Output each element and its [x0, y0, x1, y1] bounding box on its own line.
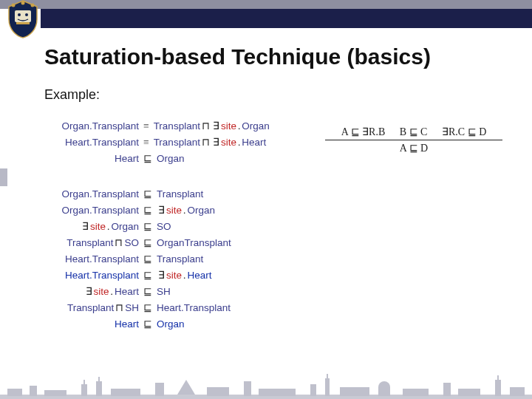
rule-conclusion: A ⊑ D: [400, 143, 428, 154]
svg-rect-15: [111, 389, 140, 396]
side-marker: [0, 168, 7, 186]
svg-rect-16: [155, 383, 164, 396]
slide: Saturation-based Technique (basics) Exam…: [0, 0, 532, 399]
svg-point-2: [18, 13, 21, 16]
svg-rect-14: [98, 377, 100, 381]
axiom-row: Heart.Transplant≡Transplant⊓∃site.Heart: [44, 134, 288, 151]
university-crest-icon: [7, 0, 38, 38]
svg-point-6: [31, 4, 35, 7]
svg-rect-20: [259, 389, 296, 396]
svg-rect-12: [83, 380, 85, 384]
skyline-footer-icon: [0, 374, 532, 399]
svg-point-4: [12, 4, 16, 7]
derived-axiom-row: ∃site.Organ⊑SO: [44, 219, 303, 235]
derived-axiom-row: Heart.Transplant⊑Transplant: [44, 251, 303, 267]
header-strip: [0, 0, 532, 9]
axiom-row: Organ.Transplant≡Transplant⊓∃site.Organ: [44, 118, 288, 134]
derived-axiom-row: Organ.Transplant⊑∃site.Organ: [44, 202, 303, 219]
svg-rect-24: [340, 387, 369, 396]
svg-rect-18: [207, 387, 229, 396]
rule-premise: A ⊑ ∃R.B: [341, 126, 386, 137]
svg-rect-29: [458, 389, 480, 396]
slide-subtitle: Example:: [44, 87, 100, 103]
svg-rect-10: [44, 390, 66, 396]
svg-point-3: [25, 13, 28, 16]
derived-axiom-row: Transplant⊓SO⊑OrganTransplant: [44, 235, 303, 251]
svg-rect-13: [96, 381, 102, 396]
svg-rect-28: [443, 383, 451, 396]
ontology-axioms-block: Organ.Transplant≡Transplant⊓∃site.OrganH…: [44, 118, 288, 167]
derived-axiom-row: Transplant⊓SH⊑Heart.Transplant: [44, 300, 303, 316]
svg-rect-32: [510, 387, 525, 396]
axiom-row: Heart⊑Organ: [44, 151, 288, 167]
svg-rect-11: [81, 384, 87, 396]
inference-rule: A ⊑ ∃R.B B ⊑ C ∃R.C ⊑ D A ⊑ D: [318, 126, 510, 154]
svg-marker-17: [177, 380, 195, 395]
slide-title: Saturation-based Technique (basics): [44, 44, 517, 69]
header-bar: [41, 9, 532, 28]
derived-axiom-row: Heart.Transplant⊑∃site.Heart: [44, 267, 303, 284]
svg-rect-23: [327, 374, 328, 378]
svg-rect-22: [325, 378, 330, 396]
svg-rect-9: [30, 386, 37, 396]
rule-premise: ∃R.C ⊑ D: [442, 126, 486, 137]
svg-rect-1: [16, 22, 30, 24]
svg-rect-8: [7, 389, 22, 396]
svg-rect-19: [244, 381, 251, 396]
rule-premise: B ⊑ C: [400, 126, 428, 137]
rule-premises: A ⊑ ∃R.B B ⊑ C ∃R.C ⊑ D: [318, 126, 510, 140]
svg-point-5: [21, 1, 25, 5]
svg-rect-31: [497, 375, 499, 380]
svg-rect-26: [378, 387, 390, 396]
svg-rect-27: [403, 389, 429, 396]
derived-axiom-row: Organ.Transplant⊑Transplant: [44, 186, 303, 202]
derived-axioms-block: Organ.Transplant⊑TransplantOrgan.Transpl…: [44, 186, 303, 332]
derived-axiom-row: Heart⊑Organ: [44, 316, 303, 332]
svg-rect-30: [495, 380, 501, 396]
svg-rect-21: [310, 384, 316, 396]
derived-axiom-row: ∃site.Heart⊑SH: [44, 284, 303, 300]
